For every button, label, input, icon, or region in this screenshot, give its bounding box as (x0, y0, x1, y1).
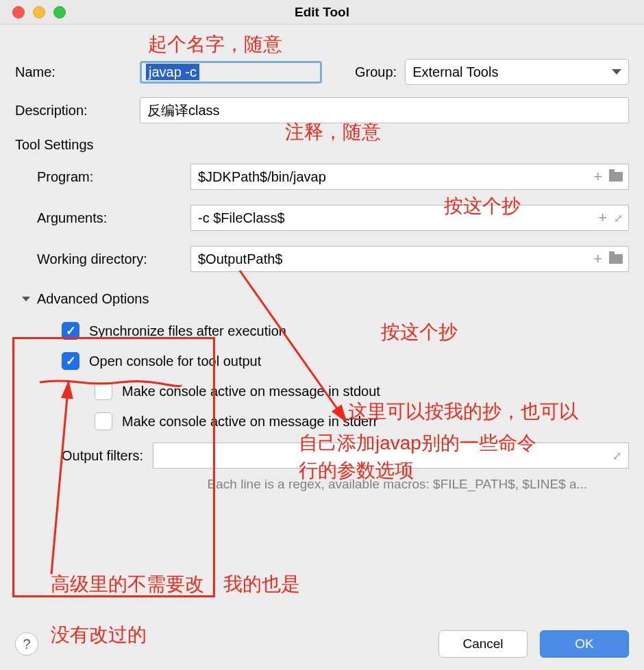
output-filters-hint: Each line is a regex, available macros: … (15, 477, 629, 492)
arguments-label: Arguments: (15, 210, 179, 226)
tool-settings-heading: Tool Settings (15, 137, 629, 153)
ok-button[interactable]: OK (540, 630, 629, 658)
group-label: Group: (355, 64, 397, 80)
stdout-checkbox[interactable] (95, 382, 112, 400)
annotation-advanced-line1: 高级里的不需要改，我的也是 (51, 571, 300, 597)
sync-files-label: Synchronize files after execution (89, 323, 286, 339)
disclosure-triangle-icon (22, 297, 30, 301)
open-console-checkbox[interactable]: ✓ (62, 352, 79, 370)
titlebar: Edit Tool (0, 0, 644, 25)
description-label: Description: (15, 103, 132, 119)
stdout-label: Make console active on message in stdout (122, 384, 380, 399)
group-value: External Tools (412, 64, 498, 80)
output-filters-label: Output filters: (62, 448, 143, 464)
arguments-field[interactable]: -c $FileClass$ + ⤢ (190, 205, 629, 231)
program-field[interactable]: $JDKPath$/bin/javap + (190, 164, 629, 190)
workdir-value: $OutputPath$ (198, 251, 282, 267)
help-button[interactable]: ? (15, 632, 38, 656)
description-field[interactable] (140, 97, 629, 123)
workdir-label: Working directory: (15, 251, 179, 267)
plus-icon[interactable]: + (598, 209, 607, 227)
name-value: javap -c (146, 64, 199, 80)
window-title: Edit Tool (0, 5, 644, 20)
open-console-label: Open console for tool output (89, 353, 261, 369)
advanced-options-toggle[interactable]: Advanced Options (15, 291, 629, 307)
name-label: Name: (15, 64, 132, 80)
expand-icon[interactable]: ⤢ (612, 449, 621, 462)
sync-files-checkbox[interactable]: ✓ (62, 322, 79, 340)
workdir-field[interactable]: $OutputPath$ + (190, 246, 629, 272)
plus-icon[interactable]: + (593, 168, 602, 186)
program-label: Program: (15, 169, 179, 185)
group-select[interactable]: External Tools (405, 59, 629, 85)
program-value: $JDKPath$/bin/javap (198, 169, 326, 185)
stderr-label: Make console active on message in stderr (122, 414, 378, 430)
name-field[interactable]: javap -c (140, 61, 322, 84)
chevron-down-icon (612, 69, 621, 75)
arguments-value: -c $FileClass$ (198, 210, 285, 226)
output-filters-field[interactable]: ⤢ (153, 443, 629, 469)
advanced-options-heading: Advanced Options (37, 291, 149, 307)
folder-icon[interactable] (609, 254, 623, 264)
plus-icon[interactable]: + (593, 250, 602, 268)
stderr-checkbox[interactable] (95, 412, 112, 430)
cancel-button[interactable]: Cancel (438, 630, 528, 658)
folder-icon[interactable] (609, 172, 623, 182)
expand-icon[interactable]: ⤢ (614, 212, 623, 225)
